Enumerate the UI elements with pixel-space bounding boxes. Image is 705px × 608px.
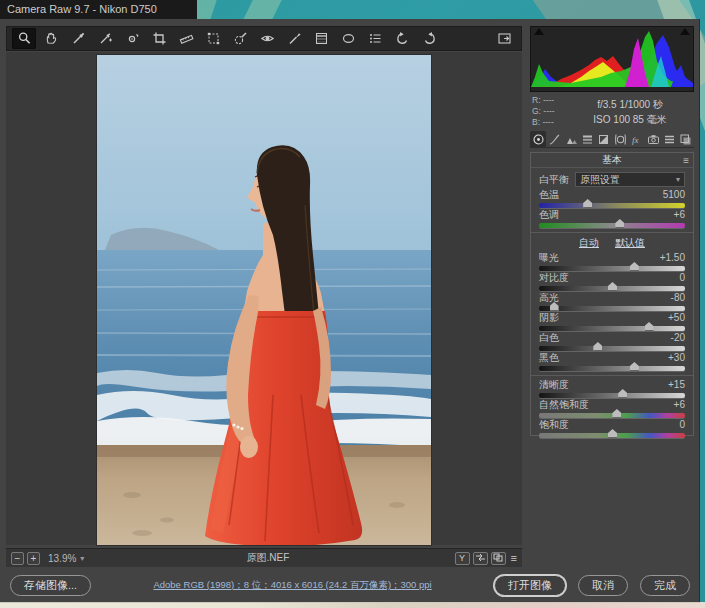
zoom-out-button[interactable]: − xyxy=(11,552,24,565)
wallpaper-bottom-strip xyxy=(0,602,705,608)
slider-value[interactable]: 5100 xyxy=(663,189,685,201)
cancel-button[interactable]: 取消 xyxy=(578,575,628,596)
straighten-tool-icon[interactable] xyxy=(174,28,198,49)
slider-shadows: 阴影+50 xyxy=(531,312,693,331)
basic-panel: 基本 ≡ 白平衡 原照设置 ▾ 色温5100 色调+6 xyxy=(530,152,694,436)
zoom-level-value[interactable]: 13.9% xyxy=(48,553,76,564)
slider-track[interactable] xyxy=(539,413,685,418)
tab-lens-corrections[interactable] xyxy=(612,131,628,147)
hand-tool-icon[interactable] xyxy=(39,28,63,49)
done-button[interactable]: 完成 xyxy=(640,575,690,596)
slider-label: 色调 xyxy=(539,209,559,221)
white-balance-eyedropper-icon[interactable] xyxy=(66,28,90,49)
white-balance-row: 白平衡 原照设置 ▾ xyxy=(531,168,693,188)
slider-blacks: 黑色+30 xyxy=(531,352,693,371)
slider-label: 饱和度 xyxy=(539,419,569,431)
slider-track[interactable] xyxy=(539,266,685,271)
tab-detail[interactable] xyxy=(563,131,579,147)
default-link[interactable]: 默认值 xyxy=(615,237,645,248)
crop-tool-icon[interactable] xyxy=(147,28,171,49)
tab-snapshots[interactable] xyxy=(678,131,694,147)
save-image-button[interactable]: 存储图像... xyxy=(10,575,91,596)
tab-split-toning[interactable] xyxy=(596,131,612,147)
white-balance-select[interactable]: 原照设置 ▾ xyxy=(575,172,685,187)
preview-menu-icon[interactable]: ≡ xyxy=(511,552,517,564)
copy-settings-button[interactable] xyxy=(491,552,506,565)
rotate-right-icon[interactable] xyxy=(417,28,441,49)
slider-value[interactable]: -80 xyxy=(671,292,685,304)
slider-track[interactable] xyxy=(539,203,685,208)
shadow-clipping-icon[interactable] xyxy=(534,28,544,35)
rgb-readout: R: ---- G: ---- B: ---- xyxy=(530,95,566,129)
radial-filter-icon[interactable] xyxy=(336,28,360,49)
toolbar xyxy=(6,26,522,51)
slider-track[interactable] xyxy=(539,306,685,311)
open-image-button[interactable]: 打开图像 xyxy=(494,575,566,596)
slider-value[interactable]: +50 xyxy=(668,312,685,324)
color-sampler-icon[interactable] xyxy=(93,28,117,49)
slider-highlights: 高光-80 xyxy=(531,292,693,311)
before-after-view-button[interactable]: Y xyxy=(455,552,470,565)
slider-exposure: 曝光+1.50 xyxy=(531,252,693,271)
tab-camera-calibration[interactable] xyxy=(645,131,661,147)
graduated-filter-icon[interactable] xyxy=(309,28,333,49)
targeted-adjustment-icon[interactable] xyxy=(120,28,144,49)
tab-basic[interactable] xyxy=(530,131,546,147)
basic-panel-menu-icon[interactable]: ≡ xyxy=(683,154,689,168)
footer-buttons: 打开图像 取消 完成 xyxy=(494,575,690,596)
slider-value[interactable]: 0 xyxy=(679,272,685,284)
tab-effects[interactable]: fx xyxy=(628,131,644,147)
tab-tone-curve[interactable] xyxy=(546,131,562,147)
slider-track[interactable] xyxy=(539,223,685,228)
slider-value[interactable]: +6 xyxy=(674,209,685,221)
slider-track[interactable] xyxy=(539,346,685,351)
slider-track[interactable] xyxy=(539,433,685,438)
photo-preview[interactable] xyxy=(97,55,431,545)
filename-label: 原图.NEF xyxy=(84,551,451,565)
slider-value[interactable]: +15 xyxy=(668,379,685,391)
slider-label: 清晰度 xyxy=(539,379,569,391)
workflow-options-link[interactable]: Adobe RGB (1998)；8 位；4016 x 6016 (24.2 百… xyxy=(91,579,494,592)
preview-canvas[interactable] xyxy=(6,52,522,545)
rotate-left-icon[interactable] xyxy=(390,28,414,49)
slider-value[interactable]: +30 xyxy=(668,352,685,364)
slider-label: 对比度 xyxy=(539,272,569,284)
adjustments-panel: R: ---- G: ---- B: ---- f/3.5 1/1000 秒 I… xyxy=(530,26,694,570)
slider-whites: 白色-20 xyxy=(531,332,693,351)
slider-label: 高光 xyxy=(539,292,559,304)
slider-label: 自然饱和度 xyxy=(539,399,589,411)
slider-label: 白色 xyxy=(539,332,559,344)
slider-value[interactable]: 0 xyxy=(679,419,685,431)
auto-default-links: 自动默认值 xyxy=(531,236,693,250)
slider-tint: 色调+6 xyxy=(531,209,693,228)
swap-before-after-button[interactable] xyxy=(473,552,488,565)
slider-vibrance: 自然饱和度+6 xyxy=(531,399,693,418)
histogram xyxy=(530,26,694,92)
dialog-footer: 存储图像... Adobe RGB (1998)；8 位；4016 x 6016… xyxy=(0,570,700,601)
toggle-fullscreen-icon[interactable] xyxy=(492,28,516,49)
adjustment-brush-icon[interactable] xyxy=(282,28,306,49)
highlight-clipping-icon[interactable] xyxy=(680,28,690,35)
slider-value[interactable]: -20 xyxy=(671,332,685,344)
red-eye-removal-icon[interactable] xyxy=(255,28,279,49)
white-balance-label: 白平衡 xyxy=(539,173,569,187)
white-balance-value: 原照设置 xyxy=(580,173,620,186)
slider-track[interactable] xyxy=(539,326,685,331)
tab-hsl-grayscale[interactable] xyxy=(579,131,595,147)
slider-track[interactable] xyxy=(539,366,685,371)
slider-label: 色温 xyxy=(539,189,559,201)
tab-presets[interactable] xyxy=(661,131,677,147)
exif-aperture-shutter: f/3.5 1/1000 秒 xyxy=(566,97,694,112)
slider-temperature: 色温5100 xyxy=(531,189,693,208)
slider-track[interactable] xyxy=(539,393,685,398)
spot-removal-icon[interactable] xyxy=(228,28,252,49)
slider-label: 黑色 xyxy=(539,352,559,364)
preferences-icon[interactable] xyxy=(363,28,387,49)
zoom-in-button[interactable]: + xyxy=(27,552,40,565)
auto-link[interactable]: 自动 xyxy=(579,237,599,248)
slider-value[interactable]: +1.50 xyxy=(660,252,685,264)
slider-track[interactable] xyxy=(539,286,685,291)
slider-value[interactable]: +6 xyxy=(674,399,685,411)
transform-tool-icon[interactable] xyxy=(201,28,225,49)
zoom-tool-icon[interactable] xyxy=(12,28,36,49)
